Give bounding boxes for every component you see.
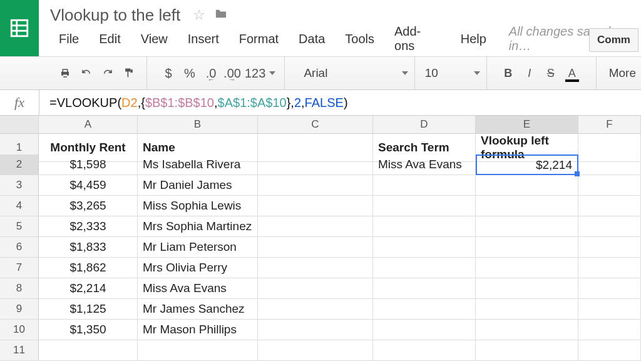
cell-A7[interactable]: $1,862 xyxy=(39,258,138,278)
cell-C9[interactable] xyxy=(258,299,373,320)
cell-C3[interactable] xyxy=(258,175,373,196)
cell-E5[interactable] xyxy=(476,216,578,237)
row-header[interactable]: 5 xyxy=(0,216,39,237)
strikethrough-button[interactable]: S xyxy=(542,64,560,82)
cell-F8[interactable] xyxy=(578,278,641,299)
cell-F10[interactable] xyxy=(578,320,641,340)
cell-D10[interactable] xyxy=(373,320,476,340)
cell-A6[interactable]: $1,833 xyxy=(39,237,138,258)
cell-E3[interactable] xyxy=(476,175,578,196)
undo-icon[interactable] xyxy=(78,64,95,82)
cell-F2[interactable] xyxy=(578,154,641,175)
cell-D5[interactable] xyxy=(373,216,476,237)
cell-D11[interactable] xyxy=(373,340,476,361)
doc-title[interactable]: Vlookup to the left xyxy=(50,6,180,25)
cell-B3[interactable]: Mr Daniel James xyxy=(138,175,258,196)
row-header[interactable]: 3 xyxy=(0,175,39,196)
column-header-A[interactable]: A xyxy=(39,116,138,133)
menu-edit[interactable]: Edit xyxy=(90,26,129,51)
cell-D8[interactable] xyxy=(373,278,476,299)
cell-E6[interactable] xyxy=(476,237,578,258)
menu-format[interactable]: Format xyxy=(230,26,287,51)
row-header[interactable]: 4 xyxy=(0,196,39,216)
cell-D3[interactable] xyxy=(373,175,476,196)
cell-F3[interactable] xyxy=(578,175,641,196)
cell-C8[interactable] xyxy=(258,278,373,299)
row-header[interactable]: 7 xyxy=(0,258,39,278)
cell-B7[interactable]: Mrs Olivia Perry xyxy=(138,258,258,278)
cell-A9[interactable]: $1,125 xyxy=(39,299,138,320)
cell-B11[interactable] xyxy=(138,340,258,361)
menu-data[interactable]: Data xyxy=(290,26,334,51)
cell-B6[interactable]: Mr Liam Peterson xyxy=(138,237,258,258)
cell-E11[interactable] xyxy=(476,340,578,361)
menu-file[interactable]: File xyxy=(50,26,88,51)
cell-A11[interactable] xyxy=(39,340,138,361)
cell-D4[interactable] xyxy=(373,196,476,216)
row-header[interactable]: 10 xyxy=(0,320,39,340)
paint-format-icon[interactable] xyxy=(120,64,138,82)
sheets-logo[interactable] xyxy=(0,0,39,56)
cell-E9[interactable] xyxy=(476,299,578,320)
cell-B8[interactable]: Miss Ava Evans xyxy=(138,278,258,299)
cell-A8[interactable]: $2,214 xyxy=(39,278,138,299)
cell-D9[interactable] xyxy=(373,299,476,320)
cell-C5[interactable] xyxy=(258,216,373,237)
cell-E2[interactable]: $2,214 xyxy=(476,154,578,175)
folder-icon[interactable] xyxy=(214,7,228,23)
cell-A10[interactable]: $1,350 xyxy=(39,320,138,340)
menu-view[interactable]: View xyxy=(132,26,177,51)
toolbar-more-dropdown[interactable]: More xyxy=(609,66,641,80)
italic-button[interactable]: I xyxy=(521,64,538,82)
row-header[interactable]: 6 xyxy=(0,237,39,258)
column-header-F[interactable]: F xyxy=(578,116,641,133)
column-header-B[interactable]: B xyxy=(138,116,258,133)
font-family-dropdown[interactable]: Arial xyxy=(297,57,414,89)
format-currency-button[interactable]: $ xyxy=(160,64,177,82)
row-header[interactable]: 8 xyxy=(0,278,39,299)
column-header-C[interactable]: C xyxy=(258,116,373,133)
row-header[interactable]: 11 xyxy=(0,340,39,361)
bold-button[interactable]: B xyxy=(500,64,517,82)
cell-F7[interactable] xyxy=(578,258,641,278)
cell-C7[interactable] xyxy=(258,258,373,278)
menu-insert[interactable]: Insert xyxy=(179,26,228,51)
comments-button[interactable]: Comm xyxy=(589,28,638,52)
cell-A3[interactable]: $4,459 xyxy=(39,175,138,196)
print-icon[interactable] xyxy=(56,64,74,82)
column-header-E[interactable]: E xyxy=(476,116,578,133)
column-header-D[interactable]: D xyxy=(373,116,476,133)
cell-D7[interactable] xyxy=(373,258,476,278)
menu-addons[interactable]: Add-ons xyxy=(386,26,449,51)
star-icon[interactable]: ☆ xyxy=(193,7,205,23)
cell-C11[interactable] xyxy=(258,340,373,361)
cell-D2[interactable]: Miss Ava Evans xyxy=(373,154,476,175)
cell-B4[interactable]: Miss Sophia Lewis xyxy=(138,196,258,216)
cell-E10[interactable] xyxy=(476,320,578,340)
cell-A4[interactable]: $3,265 xyxy=(39,196,138,216)
menu-help[interactable]: Help xyxy=(452,26,495,51)
cell-D6[interactable] xyxy=(373,237,476,258)
cell-E7[interactable] xyxy=(476,258,578,278)
cell-C10[interactable] xyxy=(258,320,373,340)
decrease-decimal-button[interactable]: .0 ← xyxy=(202,64,220,82)
cell-B9[interactable]: Mr James Sanchez xyxy=(138,299,258,320)
menu-tools[interactable]: Tools xyxy=(336,26,383,51)
cell-C2[interactable] xyxy=(258,154,373,175)
row-header[interactable]: 2 xyxy=(0,154,39,175)
cell-B10[interactable]: Mr Mason Phillips xyxy=(138,320,258,340)
row-header[interactable]: 9 xyxy=(0,299,39,320)
number-format-dropdown[interactable]: 123 xyxy=(245,64,275,82)
cell-F4[interactable] xyxy=(578,196,641,216)
cell-A5[interactable]: $2,333 xyxy=(39,216,138,237)
text-color-button[interactable]: A xyxy=(563,64,581,82)
increase-decimal-button[interactable]: .00 → xyxy=(223,64,241,82)
cell-B2[interactable]: Ms Isabella Rivera xyxy=(138,154,258,175)
cell-E4[interactable] xyxy=(476,196,578,216)
format-percent-button[interactable]: % xyxy=(181,64,198,82)
redo-icon[interactable] xyxy=(99,64,116,82)
cell-C6[interactable] xyxy=(258,237,373,258)
cell-C4[interactable] xyxy=(258,196,373,216)
cell-F9[interactable] xyxy=(578,299,641,320)
cell-F11[interactable] xyxy=(578,340,641,361)
